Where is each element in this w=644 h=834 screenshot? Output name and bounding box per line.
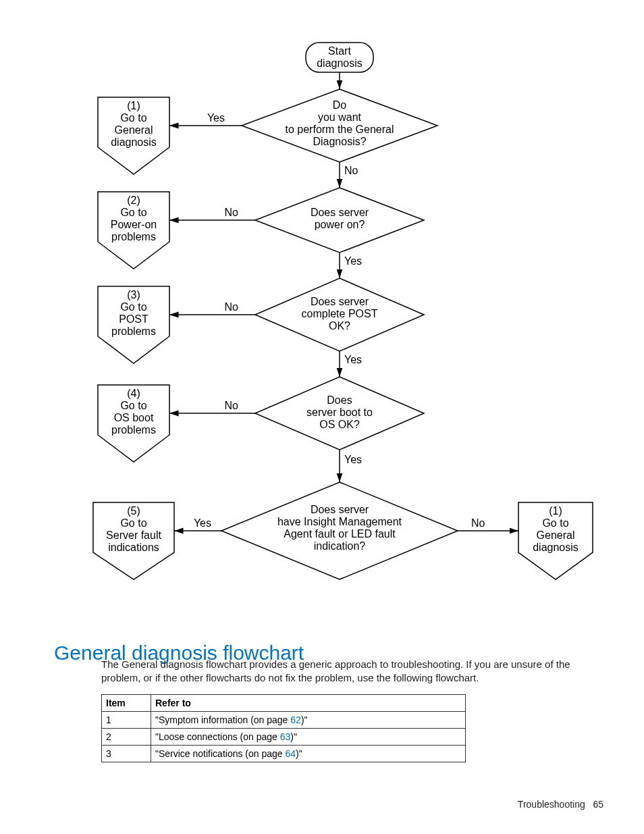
node-out1b: (1) Go to General diagnosis <box>518 502 593 579</box>
node-q2: Does server power on? <box>255 188 424 253</box>
q2-l1: Does server <box>311 207 369 218</box>
q1-line1: Do <box>333 99 347 111</box>
q5-l3: Agent fault or LED fault <box>284 528 396 540</box>
page-link[interactable]: 63 <box>280 731 291 742</box>
q5-l2: have Insight Management <box>277 516 402 527</box>
edge-q3-no: No <box>225 301 239 313</box>
node-start: Start diagnosis <box>306 43 373 72</box>
edge-q3-yes: Yes <box>344 354 362 365</box>
out1b-l1: (1) <box>549 505 562 517</box>
edge-q4-no: No <box>225 400 239 411</box>
node-out3: (3) Go to POST problems <box>98 286 169 363</box>
cell-ref: "Service notifications (on page 64)" <box>151 746 466 762</box>
node-out5: (5) Go to Server fault indications <box>93 502 174 579</box>
page-link[interactable]: 64 <box>286 748 296 759</box>
out3-l4: problems <box>111 325 156 337</box>
edge-q4-yes: Yes <box>344 454 362 465</box>
cell-item: 2 <box>102 729 151 746</box>
q3-l1: Does server <box>311 296 369 307</box>
q4-l1: Does <box>327 394 352 406</box>
edge-q2-no: No <box>225 207 239 218</box>
table-row: 2 "Loose connections (on page 63)" <box>102 729 466 746</box>
edge-q1-yes: Yes <box>207 112 225 124</box>
footer-section: Troubleshooting <box>518 799 585 810</box>
cell-ref: "Loose connections (on page 63)" <box>151 729 466 746</box>
out2-l3: Power-on <box>111 219 157 230</box>
out5-l3: Server fault <box>106 529 161 541</box>
out5-l2: Go to <box>120 517 146 529</box>
table-row: 1 "Symptom information (on page 62)" <box>102 712 466 729</box>
edge-q1-no: No <box>344 165 358 176</box>
start-line1: Start <box>328 45 351 57</box>
cell-item: 3 <box>102 746 151 762</box>
out4-l1: (4) <box>127 388 140 399</box>
out1b-l4: diagnosis <box>533 542 579 553</box>
start-line2: diagnosis <box>317 57 363 69</box>
q3-l2: complete POST <box>302 308 378 319</box>
edge-q5-yes: Yes <box>194 517 211 529</box>
cell-ref: "Symptom information (on page 62)" <box>151 712 466 729</box>
th-ref: Refer to <box>151 695 466 712</box>
q5-l1: Does server <box>311 504 369 515</box>
node-q4: Does server boot to OS OK? <box>255 377 424 450</box>
out4-l3: OS boot <box>114 412 154 423</box>
q4-l2: server boot to <box>306 407 373 418</box>
node-q1: Do you want to perform the General Diagn… <box>242 89 437 162</box>
node-q5: Does server have Insight Management Agen… <box>221 482 458 579</box>
th-item: Item <box>102 695 151 712</box>
page-link[interactable]: 62 <box>290 714 301 725</box>
q1-line2: you want <box>318 111 362 123</box>
node-q3: Does server complete POST OK? <box>255 278 424 351</box>
edge-q5-no: No <box>471 517 485 529</box>
footer-page: 65 <box>593 799 603 810</box>
out1b-l2: Go to <box>542 517 568 529</box>
out1-l2: Go to <box>120 112 146 124</box>
edge-q2-yes: Yes <box>344 255 362 267</box>
node-out2: (2) Go to Power-on problems <box>98 192 169 269</box>
q5-l4: indication? <box>314 540 366 552</box>
cell-item: 1 <box>102 712 151 729</box>
out1b-l3: General <box>537 529 575 541</box>
out3-l3: POST <box>119 313 149 325</box>
out2-l4: problems <box>111 231 156 242</box>
node-out1: (1) Go to General diagnosis <box>98 97 169 174</box>
q3-l3: OK? <box>329 320 350 332</box>
page: Start diagnosis Do you want to perform t… <box>0 0 644 834</box>
out5-l1: (5) <box>127 505 140 517</box>
q1-line4: Diagnosis? <box>313 136 366 147</box>
out1-l1: (1) <box>127 100 140 111</box>
node-out4: (4) Go to OS boot problems <box>98 385 169 462</box>
out3-l2: Go to <box>120 301 146 313</box>
out3-l1: (3) <box>127 289 140 301</box>
out2-l2: Go to <box>120 207 146 218</box>
page-footer: Troubleshooting 65 <box>518 799 603 810</box>
out2-l1: (2) <box>127 194 140 206</box>
diagnosis-flowchart: Start diagnosis Do you want to perform t… <box>73 39 606 613</box>
q2-l2: power on? <box>315 219 365 230</box>
out1-l3: General <box>115 124 153 136</box>
q1-line3: to perform the General <box>286 124 394 135</box>
table-row: 3 "Service notifications (on page 64)" <box>102 746 466 762</box>
out4-l4: problems <box>111 424 156 436</box>
reference-table: Item Refer to 1 "Symptom information (on… <box>101 694 466 762</box>
out4-l2: Go to <box>120 400 146 411</box>
out5-l4: indications <box>108 542 159 553</box>
out1-l4: diagnosis <box>111 136 157 148</box>
q4-l3: OS OK? <box>319 419 360 430</box>
section-body: The General diagnosis flowchart provides… <box>101 658 601 684</box>
